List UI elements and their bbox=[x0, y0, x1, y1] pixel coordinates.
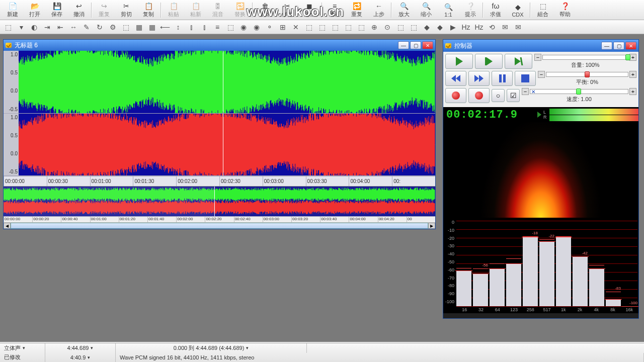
waveform-titlebar[interactable]: 无标题 6 — ▢ ✕ bbox=[4, 40, 435, 51]
scroll-left-button[interactable]: ◀ bbox=[4, 223, 11, 229]
tool2-17[interactable]: ⬚ bbox=[224, 21, 237, 33]
rewind-button[interactable] bbox=[445, 71, 466, 86]
maximize-button[interactable]: ▢ bbox=[613, 42, 624, 50]
pause-button[interactable] bbox=[492, 71, 513, 86]
undo-button[interactable]: ↩撤消 bbox=[68, 1, 90, 20]
loop-toggle-button[interactable]: ○ bbox=[492, 89, 505, 102]
tool2-8[interactable]: ⚙ bbox=[106, 21, 119, 33]
new-button[interactable]: 📄新建 bbox=[2, 1, 24, 20]
checkbox-toggle[interactable]: ☑ bbox=[507, 89, 520, 102]
hint-button[interactable]: ❔提示 bbox=[459, 1, 481, 20]
zoomout-button[interactable]: 🔍缩小 bbox=[415, 1, 437, 20]
tool2-13[interactable]: ↕ bbox=[172, 21, 185, 33]
time-ruler[interactable]: 00:00:0000:00:3000:01:0000:01:3000:02:00… bbox=[4, 176, 435, 186]
mix-button[interactable]: 🎛混音 bbox=[207, 1, 229, 20]
play-skip-button[interactable] bbox=[475, 54, 503, 69]
maximize-button[interactable]: ▢ bbox=[410, 41, 421, 49]
combine-button[interactable]: ⬚組合 bbox=[532, 1, 554, 20]
replace-button[interactable]: 🔁替换 bbox=[229, 1, 251, 20]
selall-button[interactable]: ◼选全 bbox=[298, 1, 320, 20]
stop-button[interactable] bbox=[515, 71, 536, 86]
tool2-26[interactable]: ⬚ bbox=[342, 21, 355, 33]
close-button[interactable]: ✕ bbox=[625, 42, 636, 50]
tool2-38[interactable]: ✉ bbox=[499, 21, 512, 33]
tool2-30[interactable]: ⬚ bbox=[394, 21, 407, 33]
eval-button[interactable]: fω求值 bbox=[485, 1, 507, 20]
close-button[interactable]: ✕ bbox=[422, 41, 433, 49]
selection-dropdown[interactable]: 0.000 到 4:44.689 (4:44.689) bbox=[116, 343, 307, 353]
tool2-31[interactable]: ⬚ bbox=[407, 21, 420, 33]
tool2-11[interactable]: ▦ bbox=[145, 21, 158, 33]
play-button[interactable] bbox=[445, 54, 473, 69]
pastenew-button[interactable]: 📋粘新 bbox=[185, 1, 207, 20]
scroll-right-button[interactable]: ▶ bbox=[428, 223, 435, 229]
tool2-2[interactable]: ◐ bbox=[28, 21, 41, 33]
chan-button[interactable]: ≡通道 bbox=[324, 1, 346, 20]
waveform-canvas-left[interactable] bbox=[19, 51, 435, 113]
tool2-10[interactable]: ▦ bbox=[132, 21, 145, 33]
minimize-button[interactable]: — bbox=[398, 41, 409, 49]
save-button[interactable]: 💾保存 bbox=[46, 1, 68, 20]
controller-titlebar[interactable]: 控制器 — ▢ ✕ bbox=[443, 40, 638, 52]
scroll-thumb[interactable] bbox=[11, 223, 428, 229]
tool2-7[interactable]: ↻ bbox=[93, 21, 106, 33]
volume-minus[interactable]: − bbox=[534, 54, 541, 61]
tool2-36[interactable]: Hz bbox=[472, 21, 486, 33]
tool2-19[interactable]: ◉ bbox=[250, 21, 263, 33]
tool2-39[interactable]: ✉ bbox=[512, 21, 525, 33]
volume-plus[interactable]: + bbox=[629, 54, 636, 61]
help-button[interactable]: ❓帮助 bbox=[554, 1, 576, 20]
record-dub-button[interactable] bbox=[468, 88, 490, 103]
balance-plus[interactable]: + bbox=[629, 71, 636, 78]
record-button[interactable] bbox=[445, 88, 466, 103]
minimize-button[interactable]: — bbox=[601, 42, 612, 50]
balance-slider[interactable] bbox=[546, 72, 628, 77]
forward-button[interactable] bbox=[468, 71, 490, 86]
cut-button[interactable]: ✂剪切 bbox=[115, 1, 137, 20]
speed-reset-icon[interactable]: ✕ bbox=[531, 89, 535, 95]
tool2-0[interactable]: ⬚ bbox=[2, 21, 15, 33]
speed-minus[interactable]: − bbox=[522, 88, 529, 95]
position-dropdown[interactable]: 4:40.9 bbox=[45, 353, 116, 363]
delete-button[interactable]: 🗑删除 bbox=[254, 1, 276, 20]
tool2-25[interactable]: ⬚ bbox=[329, 21, 342, 33]
overview-selection[interactable] bbox=[4, 187, 215, 216]
tool2-34[interactable]: ▶ bbox=[446, 21, 459, 33]
tool2-16[interactable]: ≡ bbox=[211, 21, 224, 33]
balance-minus[interactable]: − bbox=[538, 71, 545, 78]
tool2-9[interactable]: ⬚ bbox=[119, 21, 132, 33]
duration-dropdown[interactable]: 4:44.689 bbox=[45, 343, 116, 353]
tool2-14[interactable]: ⫿ bbox=[185, 21, 198, 33]
tool2-18[interactable]: ◉ bbox=[237, 21, 250, 33]
tool2-23[interactable]: ⬚ bbox=[302, 21, 315, 33]
zoomin-button[interactable]: 🔍放大 bbox=[393, 1, 415, 20]
tool2-35[interactable]: Hz bbox=[459, 21, 472, 33]
paste-button[interactable]: 📋粘贴 bbox=[163, 1, 185, 20]
waveform-canvas-right[interactable] bbox=[19, 114, 435, 176]
tool2-5[interactable]: ↔ bbox=[67, 21, 80, 33]
speed-slider[interactable]: ✕ bbox=[530, 89, 628, 94]
tool2-37[interactable]: ⟲ bbox=[486, 21, 499, 33]
tool2-6[interactable]: ✎ bbox=[80, 21, 93, 33]
prev-button[interactable]: ←上步 bbox=[368, 1, 390, 20]
fit-button[interactable]: 🔍1:1 bbox=[437, 1, 459, 20]
volume-slider[interactable] bbox=[542, 55, 628, 60]
tool2-27[interactable]: ⬚ bbox=[355, 21, 368, 33]
cdx-button[interactable]: ◆CDX bbox=[507, 1, 529, 20]
copy-button[interactable]: 📋复制 bbox=[137, 1, 159, 20]
play-loop-button[interactable] bbox=[505, 54, 532, 69]
tool2-3[interactable]: ⇥ bbox=[41, 21, 54, 33]
tool2-21[interactable]: ⊞ bbox=[276, 21, 289, 33]
tool2-4[interactable]: ⇤ bbox=[54, 21, 67, 33]
h-scrollbar[interactable]: ◀ ▶ bbox=[4, 222, 435, 229]
tool2-22[interactable]: ✕ bbox=[289, 21, 302, 33]
tool2-12[interactable]: ⟵ bbox=[158, 21, 172, 33]
crop-button[interactable]: ✂修剪 bbox=[276, 1, 298, 20]
tool2-33[interactable]: ◆ bbox=[433, 21, 446, 33]
open-button[interactable]: 📂打开 bbox=[24, 1, 46, 20]
repeat-button[interactable]: 🔁重复 bbox=[346, 1, 368, 20]
tool2-15[interactable]: ⫿ bbox=[198, 21, 211, 33]
redo-button[interactable]: ↪重复 bbox=[93, 1, 115, 20]
tool2-1[interactable]: ▾ bbox=[15, 21, 28, 33]
speed-plus[interactable]: + bbox=[629, 88, 636, 95]
